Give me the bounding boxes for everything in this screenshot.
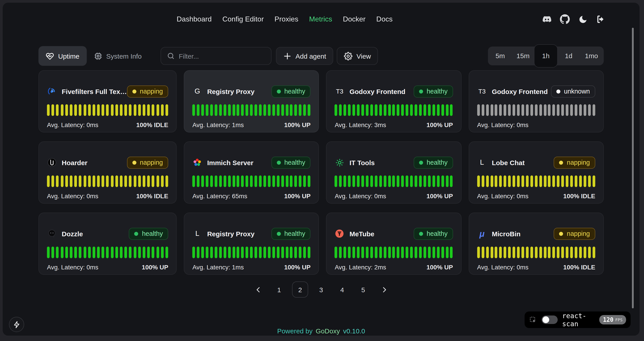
tab-uptime[interactable]: Uptime (38, 46, 86, 66)
uptime-bar (102, 104, 104, 116)
pagination-page-1[interactable]: 1 (271, 281, 287, 297)
pagination-page-5[interactable]: 5 (355, 281, 371, 297)
uptime-bar (56, 104, 59, 116)
uptime-bar (294, 247, 297, 258)
pagination-prev-button[interactable] (250, 281, 266, 297)
inspect-cursor-icon[interactable] (529, 316, 537, 324)
view-button[interactable]: View (337, 47, 378, 65)
service-card-metube[interactable]: MeTubehealthyAvg. Latency: 2ms100% UP (326, 213, 462, 275)
github-icon[interactable] (560, 14, 570, 24)
service-card-lobe-chat[interactable]: LLobe ChatnappingAvg. Latency: 0ms100% I… (468, 141, 604, 204)
theme-moon-icon[interactable] (578, 14, 588, 24)
service-card-immich-server[interactable]: Immich ServerhealthyAvg. Latency: 65ms10… (184, 141, 319, 204)
status-label: napping (567, 230, 590, 237)
service-card-dozzle[interactable]: DozzlehealthyAvg. Latency: 0ms100% UP (38, 213, 177, 275)
service-card-fivefilters-full-tex-[interactable]: Fivefilters Full Tex…nappingAvg. Latency… (38, 70, 177, 132)
filter-input[interactable] (179, 52, 265, 60)
uptime-bar (228, 104, 230, 116)
uptime-bar (259, 247, 262, 258)
uptime-bar (508, 247, 511, 258)
nav-item-proxies[interactable]: Proxies (274, 15, 298, 23)
latency-label: Avg. Latency: 0ms (477, 264, 528, 271)
uptime-bar (477, 104, 480, 116)
uptime-bar (339, 104, 342, 116)
add-agent-button[interactable]: Add agent (276, 47, 333, 65)
uptime-bar (246, 104, 248, 116)
service-card-it-tools[interactable]: IT ToolshealthyAvg. Latency: 0ms100% UP (326, 141, 462, 204)
uptime-bar (361, 175, 364, 187)
logout-icon[interactable] (596, 14, 606, 24)
status-badge: healthy (414, 228, 453, 240)
uptime-bar (147, 104, 150, 116)
time-range-selector: 5m15m1h1d1mo (488, 47, 604, 65)
uptime-bar (79, 175, 82, 187)
uptime-bar (272, 247, 275, 258)
pagination-page-2[interactable]: 2 (292, 281, 308, 297)
service-card-registry-proxy[interactable]: GRegistry ProxyhealthyAvg. Latency: 1ms1… (184, 70, 319, 132)
service-card-godoxy-frontend[interactable]: T3Godoxy FrontendunknownAvg. Latency: 0m… (468, 70, 604, 132)
service-card-footer: Avg. Latency: 0ms100% IDLE (477, 192, 595, 200)
uptime-bar (111, 247, 113, 258)
nav-item-dashboard[interactable]: Dashboard (177, 15, 212, 23)
status-badge: healthy (271, 85, 310, 97)
uptime-bar (499, 104, 502, 116)
version-link[interactable]: v0.10.0 (343, 327, 365, 335)
lobe-chat-letter-icon: L (477, 158, 487, 167)
fps-badge: 120 FPS (600, 315, 626, 324)
uptime-bar (97, 247, 100, 258)
time-range-1d[interactable]: 1d (557, 47, 580, 65)
service-card-microbin[interactable]: μMicroBinnappingAvg. Latency: 0ms100% ID… (468, 213, 604, 275)
uptime-bar (414, 247, 417, 258)
time-range-15m[interactable]: 15m (512, 47, 534, 65)
time-range-1mo[interactable]: 1mo (580, 47, 603, 65)
uptime-bar (584, 247, 586, 258)
service-card-footer: Avg. Latency: 0ms100% UP (335, 192, 453, 200)
uptime-bar (116, 104, 118, 116)
toggle-knob (542, 316, 549, 323)
react-scan-toggle[interactable] (542, 315, 558, 324)
latency-label: Avg. Latency: 3ms (335, 121, 386, 128)
time-range-5m[interactable]: 5m (489, 47, 512, 65)
uptime-bar (152, 247, 154, 258)
uptime-bar (147, 175, 150, 187)
uptime-bar (348, 104, 350, 116)
nav-item-metrics[interactable]: Metrics (309, 15, 332, 23)
uptime-bar (384, 247, 386, 258)
uptime-bar (219, 175, 222, 187)
uptime-bar (60, 175, 63, 187)
pagination-page-3[interactable]: 3 (313, 281, 329, 297)
uptime-bar (535, 104, 537, 116)
nav-item-config-editor[interactable]: Config Editor (222, 15, 264, 23)
service-card-hoarder[interactable]: HoardernappingAvg. Latency: 0ms100% IDLE (38, 141, 177, 204)
nav-links: DashboardConfig EditorProxiesMetricsDock… (177, 3, 393, 36)
it-tools-gear-icon (335, 158, 344, 167)
tab-system-info[interactable]: System Info (86, 46, 149, 66)
uptime-bar (446, 175, 448, 187)
uptime-bar (557, 175, 560, 187)
uptime-bar (544, 104, 546, 116)
uptime-bar (428, 175, 431, 187)
discord-icon[interactable] (542, 14, 552, 24)
pagination-page-4[interactable]: 4 (334, 281, 350, 297)
uptime-bar (499, 247, 502, 258)
pagination-next-button[interactable] (376, 281, 392, 297)
scrollbar-thumb[interactable] (632, 28, 634, 308)
uptime-bar (375, 175, 378, 187)
nav-item-docs[interactable]: Docs (376, 15, 393, 23)
react-scan-label: react-scan (562, 312, 595, 328)
uptime-bar (70, 104, 72, 116)
nav-item-docker[interactable]: Docker (343, 15, 366, 23)
uptime-percent: 100% UP (284, 192, 310, 200)
godoxy-link[interactable]: GoDoxy (316, 327, 340, 335)
latency-label: Avg. Latency: 0ms (47, 264, 98, 271)
service-card-header: μMicroBinnapping (477, 227, 595, 240)
uptime-bar (259, 175, 262, 187)
app-window: DashboardConfig EditorProxiesMetricsDock… (3, 3, 640, 336)
uptime-bar (60, 104, 63, 116)
add-agent-label: Add agent (296, 52, 326, 60)
filter-box (160, 47, 271, 65)
time-range-1h[interactable]: 1h (534, 45, 557, 67)
service-card-registry-proxy[interactable]: LRegistry ProxyhealthyAvg. Latency: 1ms1… (184, 213, 319, 275)
service-card-godoxy-frontend[interactable]: T3Godoxy FrontendhealthyAvg. Latency: 3m… (326, 70, 462, 132)
uptime-bar (544, 247, 546, 258)
